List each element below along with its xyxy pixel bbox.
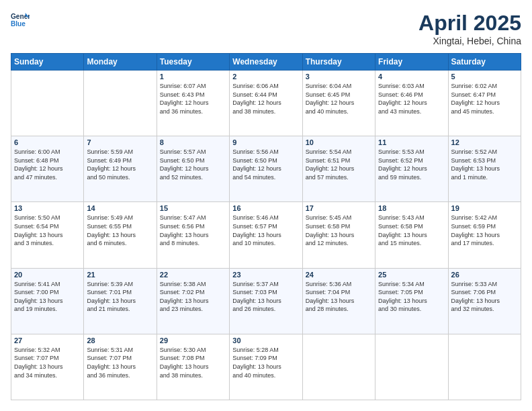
logo: General Blue [11,11,30,30]
day-number: 4 [378,73,445,81]
day-info: Sunrise: 6:03 AM Sunset: 6:46 PM Dayligh… [378,82,445,116]
day-number: 13 [14,204,81,212]
calendar-cell: 20Sunrise: 5:41 AM Sunset: 7:00 PM Dayli… [11,268,84,334]
day-info: Sunrise: 5:57 AM Sunset: 6:50 PM Dayligh… [160,148,226,181]
day-info: Sunrise: 5:28 AM Sunset: 7:09 PM Dayligh… [232,346,299,379]
day-number: 1 [160,73,226,81]
calendar-cell: 6Sunrise: 6:00 AM Sunset: 6:48 PM Daylig… [11,136,84,202]
calendar-header: SundayMondayTuesdayWednesdayThursdayFrid… [11,54,521,71]
weekday-header-saturday: Saturday [448,54,521,71]
day-number: 28 [87,336,153,345]
day-info: Sunrise: 5:31 AM Sunset: 7:07 PM Dayligh… [87,346,153,379]
day-number: 21 [87,271,153,279]
calendar-cell: 17Sunrise: 5:45 AM Sunset: 6:58 PM Dayli… [302,202,375,268]
day-info: Sunrise: 5:38 AM Sunset: 7:02 PM Dayligh… [160,280,226,314]
day-info: Sunrise: 5:59 AM Sunset: 6:49 PM Dayligh… [87,148,153,181]
calendar-cell [84,71,157,136]
day-number: 27 [14,336,81,345]
calendar-week-0: 1Sunrise: 6:07 AM Sunset: 6:43 PM Daylig… [11,71,521,136]
day-number: 3 [306,73,372,81]
day-number: 16 [232,204,299,212]
calendar-cell: 16Sunrise: 5:46 AM Sunset: 6:57 PM Dayli… [230,202,302,268]
calendar-cell: 14Sunrise: 5:49 AM Sunset: 6:55 PM Dayli… [84,202,157,268]
day-number: 23 [232,271,299,279]
day-number: 22 [160,271,226,279]
day-info: Sunrise: 5:50 AM Sunset: 6:54 PM Dayligh… [14,214,81,247]
calendar: SundayMondayTuesdayWednesdayThursdayFrid… [11,53,521,400]
calendar-cell: 21Sunrise: 5:39 AM Sunset: 7:01 PM Dayli… [84,268,157,334]
calendar-cell: 28Sunrise: 5:31 AM Sunset: 7:07 PM Dayli… [84,334,157,400]
day-info: Sunrise: 5:49 AM Sunset: 6:55 PM Dayligh… [87,214,153,247]
day-number: 14 [87,204,153,212]
calendar-cell: 4Sunrise: 6:03 AM Sunset: 6:46 PM Daylig… [375,71,448,136]
day-number: 15 [160,204,226,212]
day-info: Sunrise: 5:42 AM Sunset: 6:59 PM Dayligh… [451,214,518,247]
day-number: 10 [306,138,372,146]
day-info: Sunrise: 5:45 AM Sunset: 6:58 PM Dayligh… [306,214,372,247]
calendar-cell: 24Sunrise: 5:36 AM Sunset: 7:04 PM Dayli… [302,268,375,334]
day-info: Sunrise: 5:46 AM Sunset: 6:57 PM Dayligh… [232,214,299,247]
calendar-cell [448,334,521,400]
calendar-cell: 1Sunrise: 6:07 AM Sunset: 6:43 PM Daylig… [157,71,229,136]
day-number: 12 [451,138,518,146]
calendar-cell: 22Sunrise: 5:38 AM Sunset: 7:02 PM Dayli… [157,268,229,334]
calendar-cell [375,334,448,400]
day-number: 24 [306,271,372,279]
day-info: Sunrise: 6:07 AM Sunset: 6:43 PM Dayligh… [160,82,226,116]
weekday-header-tuesday: Tuesday [157,54,229,71]
day-info: Sunrise: 5:41 AM Sunset: 7:00 PM Dayligh… [14,280,81,314]
calendar-cell: 5Sunrise: 6:02 AM Sunset: 6:47 PM Daylig… [448,71,521,136]
calendar-cell: 18Sunrise: 5:43 AM Sunset: 6:58 PM Dayli… [375,202,448,268]
day-number: 5 [451,73,518,81]
calendar-cell: 10Sunrise: 5:54 AM Sunset: 6:51 PM Dayli… [302,136,375,202]
day-number: 6 [14,138,81,146]
calendar-cell: 11Sunrise: 5:53 AM Sunset: 6:52 PM Dayli… [375,136,448,202]
calendar-cell: 8Sunrise: 5:57 AM Sunset: 6:50 PM Daylig… [157,136,229,202]
month-title: April 2025 [418,11,521,36]
day-number: 11 [378,138,445,146]
calendar-body: 1Sunrise: 6:07 AM Sunset: 6:43 PM Daylig… [11,71,521,400]
calendar-week-1: 6Sunrise: 6:00 AM Sunset: 6:48 PM Daylig… [11,136,521,202]
day-info: Sunrise: 5:47 AM Sunset: 6:56 PM Dayligh… [160,214,226,247]
calendar-week-4: 27Sunrise: 5:32 AM Sunset: 7:07 PM Dayli… [11,334,521,400]
calendar-cell: 27Sunrise: 5:32 AM Sunset: 7:07 PM Dayli… [11,334,84,400]
day-info: Sunrise: 5:37 AM Sunset: 7:03 PM Dayligh… [232,280,299,314]
calendar-cell [11,71,84,136]
svg-text:General: General [11,13,30,20]
calendar-cell: 23Sunrise: 5:37 AM Sunset: 7:03 PM Dayli… [230,268,302,334]
weekday-row: SundayMondayTuesdayWednesdayThursdayFrid… [11,54,521,71]
svg-text:Blue: Blue [11,20,26,28]
header: General Blue April 2025 Xingtai, Hebei, … [11,11,521,46]
subtitle: Xingtai, Hebei, China [418,36,521,46]
weekday-header-monday: Monday [84,54,157,71]
calendar-cell [302,334,375,400]
day-info: Sunrise: 5:52 AM Sunset: 6:53 PM Dayligh… [451,148,518,181]
day-number: 18 [378,204,445,212]
calendar-cell: 13Sunrise: 5:50 AM Sunset: 6:54 PM Dayli… [11,202,84,268]
calendar-cell: 7Sunrise: 5:59 AM Sunset: 6:49 PM Daylig… [84,136,157,202]
calendar-cell: 12Sunrise: 5:52 AM Sunset: 6:53 PM Dayli… [448,136,521,202]
day-number: 19 [451,204,518,212]
day-info: Sunrise: 5:33 AM Sunset: 7:06 PM Dayligh… [451,280,518,314]
title-section: April 2025 Xingtai, Hebei, China [418,11,521,46]
day-info: Sunrise: 5:54 AM Sunset: 6:51 PM Dayligh… [306,148,372,181]
calendar-week-3: 20Sunrise: 5:41 AM Sunset: 7:00 PM Dayli… [11,268,521,334]
calendar-cell: 3Sunrise: 6:04 AM Sunset: 6:45 PM Daylig… [302,71,375,136]
weekday-header-wednesday: Wednesday [230,54,302,71]
day-number: 17 [306,204,372,212]
day-info: Sunrise: 6:02 AM Sunset: 6:47 PM Dayligh… [451,82,518,116]
day-number: 30 [232,336,299,345]
day-info: Sunrise: 6:06 AM Sunset: 6:44 PM Dayligh… [232,82,299,116]
day-number: 26 [451,271,518,279]
calendar-cell: 15Sunrise: 5:47 AM Sunset: 6:56 PM Dayli… [157,202,229,268]
calendar-cell: 19Sunrise: 5:42 AM Sunset: 6:59 PM Dayli… [448,202,521,268]
day-info: Sunrise: 5:53 AM Sunset: 6:52 PM Dayligh… [378,148,445,181]
calendar-cell: 26Sunrise: 5:33 AM Sunset: 7:06 PM Dayli… [448,268,521,334]
calendar-cell: 29Sunrise: 5:30 AM Sunset: 7:08 PM Dayli… [157,334,229,400]
day-number: 29 [160,336,226,345]
day-info: Sunrise: 5:36 AM Sunset: 7:04 PM Dayligh… [306,280,372,314]
day-info: Sunrise: 5:43 AM Sunset: 6:58 PM Dayligh… [378,214,445,247]
day-info: Sunrise: 5:39 AM Sunset: 7:01 PM Dayligh… [87,280,153,314]
day-info: Sunrise: 5:56 AM Sunset: 6:50 PM Dayligh… [232,148,299,181]
calendar-cell: 30Sunrise: 5:28 AM Sunset: 7:09 PM Dayli… [230,334,302,400]
